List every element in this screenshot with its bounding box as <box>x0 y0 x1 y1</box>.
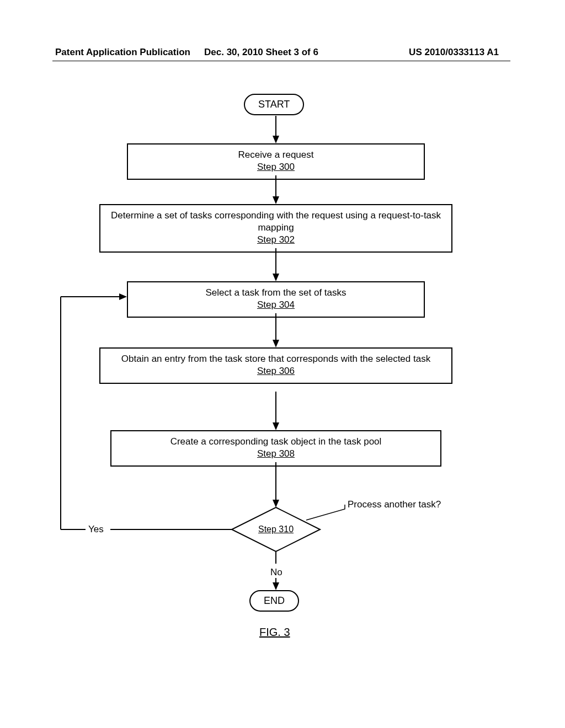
header-right: US 2010/0333113 A1 <box>409 47 499 58</box>
header-center: Dec. 30, 2010 Sheet 3 of 6 <box>204 47 318 58</box>
header-rule <box>52 61 510 61</box>
connectors <box>0 88 565 640</box>
header-left: Patent Application Publication <box>55 47 190 58</box>
